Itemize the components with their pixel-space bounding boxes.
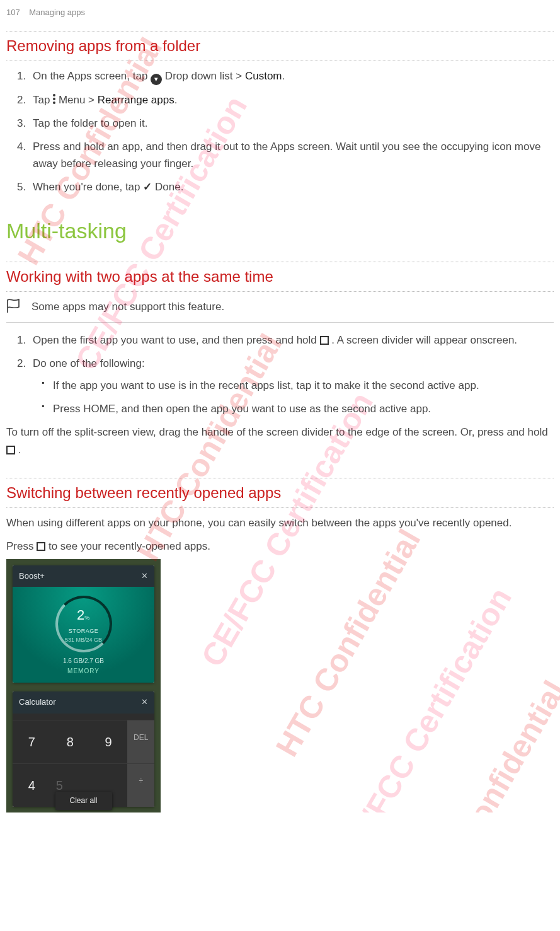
storage-label: STORAGE bbox=[69, 627, 98, 635]
step-text: Do one of the following: bbox=[33, 357, 145, 369]
recent-card-calculator: Calculator ✕ 7 8 9 DEL 4 5 ÷ bbox=[13, 691, 154, 807]
two-apps-steps: Open the first app you want to use, and … bbox=[29, 332, 554, 418]
recent-apps-screenshot: Boost+ ✕ 2% STORAGE 531 MB/24 GB 1.6 GB/… bbox=[6, 559, 161, 813]
step-text: Tap bbox=[33, 94, 53, 106]
recent-apps-icon bbox=[6, 446, 15, 454]
step-text: . bbox=[174, 94, 178, 106]
watermark-confidential: HTC Confidential bbox=[263, 519, 434, 766]
storage-value: 531 MB/24 GB bbox=[65, 635, 102, 644]
close-icon: ✕ bbox=[141, 570, 148, 583]
dropdown-icon: ▾ bbox=[151, 74, 162, 85]
step-4: Press and hold an app, and then drag it … bbox=[29, 138, 554, 172]
step-2: Do one of the following: If the app you … bbox=[29, 355, 554, 418]
step-text: Open the first app you want to use, and … bbox=[33, 334, 320, 346]
paragraph-text: to see your recently-opened apps. bbox=[49, 540, 210, 552]
calc-key-7: 7 bbox=[13, 720, 51, 763]
flag-icon bbox=[6, 299, 24, 315]
paragraph-text: To turn off the split-screen view, drag … bbox=[6, 426, 548, 438]
paragraph-text: Press bbox=[6, 540, 37, 552]
note-box: Some apps may not support this feature. bbox=[6, 294, 554, 322]
divider bbox=[6, 61, 554, 61]
step-text: . bbox=[282, 70, 285, 82]
divider bbox=[6, 291, 554, 292]
calc-key-4: 4 bbox=[13, 763, 51, 807]
recent-apps-icon bbox=[37, 542, 45, 551]
page-header: 107 Managing apps bbox=[6, 6, 554, 20]
subsection-switching-title: Switching between recently opened apps bbox=[6, 481, 554, 505]
ui-label-rearrange: Rearrange apps bbox=[98, 94, 174, 106]
storage-ring: 2% STORAGE 531 MB/24 GB bbox=[55, 596, 112, 652]
removing-steps: On the Apps screen, tap ▾ Drop down list… bbox=[29, 67, 554, 195]
divider bbox=[6, 262, 554, 262]
step-text: . A screen divider will appear onscreen. bbox=[331, 334, 517, 346]
bullet-2: Press HOME, and then open the app you wa… bbox=[42, 400, 554, 417]
step-5: When you're done, tap ✓ Done. bbox=[29, 178, 554, 195]
card-title: Boost+ bbox=[19, 570, 45, 583]
ui-label-custom: Custom bbox=[245, 70, 282, 82]
clear-all-button: Clear all bbox=[55, 792, 112, 810]
step-2: Tap Menu > Rearrange apps. bbox=[29, 91, 554, 108]
recent-card-boost: Boost+ ✕ 2% STORAGE 531 MB/24 GB 1.6 GB/… bbox=[13, 565, 154, 683]
step-text: When you're done, tap bbox=[33, 181, 143, 193]
pct-symbol: % bbox=[84, 615, 90, 621]
calc-key-9: 9 bbox=[89, 720, 128, 763]
turnoff-paragraph: To turn off the split-screen view, drag … bbox=[6, 424, 552, 458]
menu-icon bbox=[53, 94, 55, 105]
step-text: Done. bbox=[155, 181, 183, 193]
calc-key-8: 8 bbox=[51, 720, 89, 763]
watermark-certification: CE/FCC Certificati bbox=[481, 702, 560, 813]
chapter-title: Managing apps bbox=[29, 8, 85, 17]
divider bbox=[6, 507, 554, 508]
step-text: On the Apps screen, tap bbox=[33, 70, 151, 82]
watermark-certification: CE/FCC Certification bbox=[326, 578, 525, 812]
watermark-confidential: HTC Confidential bbox=[408, 671, 560, 812]
subsection-two-apps-title: Working with two apps at the same time bbox=[6, 265, 554, 289]
check-icon: ✓ bbox=[143, 181, 152, 193]
section-multitasking-title: Multi-tasking bbox=[6, 214, 554, 248]
switch-intro: When using different apps on your phone,… bbox=[6, 514, 552, 531]
close-icon: ✕ bbox=[141, 696, 148, 709]
recent-apps-icon bbox=[320, 336, 329, 345]
section-removing-title: Removing apps from a folder bbox=[6, 34, 554, 58]
page-number: 107 bbox=[6, 8, 20, 17]
bullet-1: If the app you want to use is in the rec… bbox=[42, 377, 554, 394]
step-3: Tap the folder to open it. bbox=[29, 115, 554, 132]
step-1: Open the first app you want to use, and … bbox=[29, 332, 554, 349]
divider bbox=[6, 31, 554, 32]
calc-key-div: ÷ bbox=[127, 763, 154, 807]
step-text: Menu > bbox=[59, 94, 98, 106]
calc-key-del: DEL bbox=[127, 720, 154, 763]
card-title: Calculator bbox=[19, 696, 56, 709]
memory-label: MEMORY bbox=[15, 666, 152, 676]
step-1: On the Apps screen, tap ▾ Drop down list… bbox=[29, 67, 554, 85]
sub-bullets: If the app you want to use is in the rec… bbox=[42, 377, 554, 417]
storage-pct: 2 bbox=[77, 607, 84, 623]
paragraph-text: . bbox=[18, 444, 21, 456]
note-text: Some apps may not support this feature. bbox=[31, 298, 224, 315]
divider bbox=[6, 478, 554, 478]
step-text: Drop down list > bbox=[165, 70, 245, 82]
memory-value: 1.6 GB/2.7 GB bbox=[15, 656, 152, 666]
switch-press: Press to see your recently-opened apps. bbox=[6, 538, 552, 555]
